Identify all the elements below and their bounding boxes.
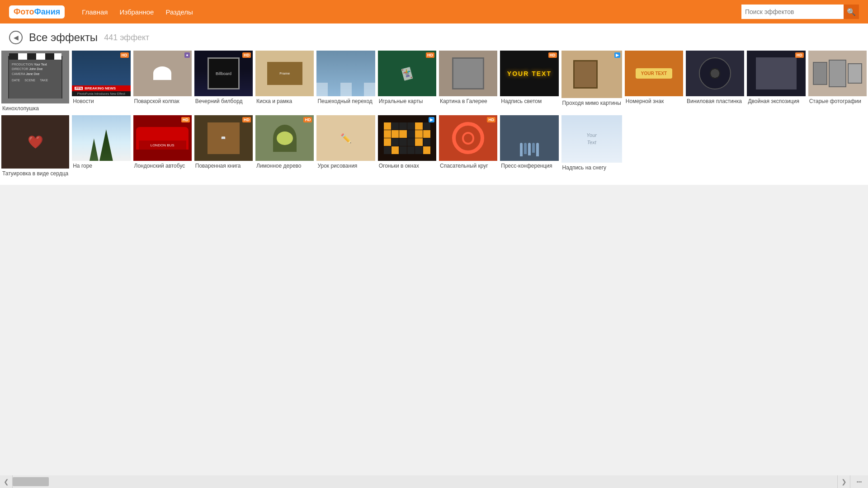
effect-thumb-content-14 (808, 51, 867, 96)
effect-item-4[interactable]: Billboard HDВечерний билборд (193, 51, 254, 115)
scroll-left-button[interactable]: ❮ (0, 475, 13, 488)
effect-label-4: Вечерний билборд (194, 96, 253, 108)
search-input[interactable] (741, 8, 844, 15)
search-button[interactable]: 🔍 (844, 5, 859, 19)
effect-item-14[interactable]: Старые фотографии (807, 51, 868, 115)
effect-thumb-18: 📖 HD (194, 115, 253, 161)
effect-item-23[interactable]: Пресс-конференция (499, 115, 560, 180)
effect-label-18: Поваренная книга (194, 161, 253, 173)
effect-item-20[interactable]: ✏️ Урок рисования (315, 115, 376, 180)
effect-item-1[interactable]: PRODUCTION Your Text DIRECTOR John Doe C… (0, 51, 71, 115)
effect-badge-13: HD (795, 52, 804, 58)
effect-thumb-content-15: ❤️ (1, 115, 69, 168)
effect-item-3[interactable]: ●Поварской колпак (132, 51, 193, 115)
effect-thumb-content-5: Frame (255, 51, 314, 96)
effect-item-18[interactable]: 📖 HDПоваренная книга (193, 115, 254, 180)
effect-label-5: Киска и рамка (255, 96, 314, 108)
effect-thumb-content-6 (316, 51, 375, 96)
effect-thumb-content-11: YOUR TEXT (625, 51, 683, 96)
scroll-right-button[interactable]: ❯ (837, 475, 850, 488)
effect-thumb-content-12 (686, 51, 744, 96)
page-body: ◀ Все эффекты 441 эффект PRODUCTION Your… (0, 23, 868, 185)
nav-favorites[interactable]: Избранное (116, 5, 157, 19)
effect-badge-19: HD (303, 117, 312, 122)
effect-thumb-10: ▶ (561, 51, 622, 98)
effect-thumb-content-8 (439, 51, 497, 96)
effect-thumb-content-20: ✏️ (316, 115, 375, 161)
main-nav: Главная Избранное Разделы (78, 5, 196, 19)
effect-item-7[interactable]: 🃏 HDИгральные карты (377, 51, 438, 115)
effect-badge-3: ● (184, 52, 189, 58)
effect-item-24[interactable]: YourText Надпись на снегу (560, 115, 623, 180)
effect-thumb-24: YourText (561, 115, 622, 163)
effect-badge-18: HD (242, 117, 251, 122)
page-title: Все эффекты (29, 31, 98, 44)
effect-badge-4: HD (242, 52, 251, 58)
effect-label-13: Двойная экспозиция (747, 96, 805, 108)
effect-item-9[interactable]: YOUR TEXT HDНадпись светом (499, 51, 560, 115)
effect-thumb-14 (808, 51, 867, 96)
effect-thumb-5: Frame (255, 51, 314, 96)
effect-thumb-content-1: PRODUCTION Your Text DIRECTOR John Doe C… (1, 51, 69, 103)
effect-badge-9: HD (548, 52, 557, 58)
effect-label-8: Картина в Галерее (439, 96, 497, 108)
effect-thumb-content-24: YourText (561, 115, 622, 163)
effect-thumb-3: ● (133, 51, 192, 96)
effect-thumb-7: 🃏 HD (378, 51, 436, 96)
effect-thumb-21: ▶ (378, 115, 436, 161)
scrollbar-area: ❮ ❯ ••• (0, 475, 868, 488)
scroll-track[interactable] (13, 475, 837, 488)
effect-label-10: Проходя мимо картины (561, 98, 622, 110)
effect-badge-22: HD (487, 117, 495, 122)
effect-thumb-8 (439, 51, 497, 96)
more-options-button[interactable]: ••• (850, 475, 868, 488)
effect-item-12[interactable]: Виниловая пластинка (684, 51, 745, 115)
effect-item-11[interactable]: YOUR TEXT Номерной знак (623, 51, 684, 115)
effect-thumb-19: HD (255, 115, 314, 161)
effect-label-3: Поварской колпак (133, 96, 192, 108)
nav-sections[interactable]: Разделы (162, 5, 196, 19)
effect-thumb-6 (316, 51, 375, 96)
effect-label-9: Надпись светом (500, 96, 558, 108)
effect-item-13[interactable]: HDДвойная экспозиция (745, 51, 807, 115)
logo-text: Фото (14, 7, 34, 16)
effect-badge-17: HD (181, 117, 190, 122)
effect-label-22: Спасательный круг (439, 161, 497, 173)
effect-thumb-content-23 (500, 115, 558, 161)
effect-item-21[interactable]: ▶Огоньки в окнах (377, 115, 438, 180)
effect-label-11: Номерной знак (625, 96, 683, 108)
effect-count: 441 эффект (104, 33, 149, 42)
effect-item-15[interactable]: ❤️ Татуировка в виде сердца (0, 115, 71, 180)
nav-home[interactable]: Главная (78, 5, 111, 19)
effect-badge-21: ▶ (429, 117, 434, 122)
effect-item-5[interactable]: Frame Киска и рамка (254, 51, 315, 115)
breadcrumb-bar: ◀ Все эффекты 441 эффект (9, 31, 859, 44)
effect-item-19[interactable]: HDЛимонное дерево (254, 115, 315, 180)
back-button[interactable]: ◀ (9, 31, 23, 44)
effect-item-22[interactable]: HDСпасательный круг (438, 115, 499, 180)
effect-label-23: Пресс-конференция (500, 161, 558, 173)
effect-label-17: Лондонский автобус (133, 161, 192, 173)
effect-item-16[interactable]: На горе (71, 115, 132, 180)
effect-item-6[interactable]: Пешеходный переход (315, 51, 376, 115)
search-icon: 🔍 (847, 8, 856, 16)
effect-item-2[interactable]: PFN BREAKING NEWS PhotoFunia Introduces … (71, 51, 132, 115)
effect-label-15: Татуировка в виде сердца (1, 169, 69, 180)
effect-item-17[interactable]: LONDON BUS HDЛондонский автобус (132, 115, 193, 180)
effect-item-8[interactable]: Картина в Галерее (438, 51, 499, 115)
effect-thumb-13: HD (747, 51, 805, 96)
effect-thumb-content-21 (378, 115, 436, 161)
effect-item-10[interactable]: ▶Проходя мимо картины (560, 51, 623, 115)
effect-thumb-22: HD (439, 115, 497, 161)
effect-label-1: Кинохлопушка (1, 103, 69, 115)
effect-thumb-20: ✏️ (316, 115, 375, 161)
effect-label-12: Виниловая пластинка (686, 96, 744, 108)
effect-label-20: Урок рисования (316, 161, 375, 173)
effect-label-14: Старые фотографии (808, 96, 867, 108)
effect-thumb-content-16 (72, 115, 130, 161)
scroll-thumb[interactable] (13, 477, 49, 486)
logo-text-blue: Фания (34, 7, 60, 16)
effect-label-16: На горе (72, 161, 130, 173)
effect-thumb-11: YOUR TEXT (625, 51, 683, 96)
logo[interactable]: ФотоФания (9, 5, 65, 19)
